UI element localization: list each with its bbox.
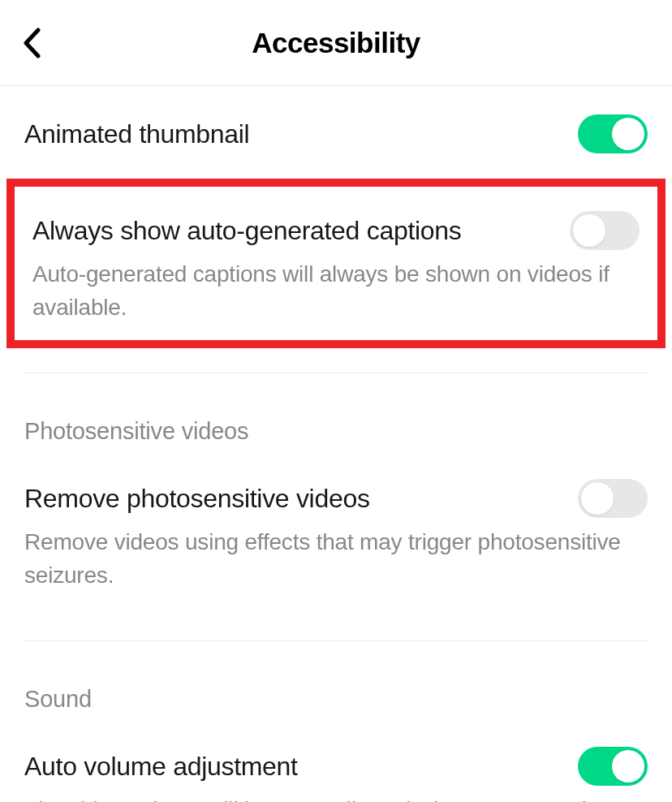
setting-label-photosensitive: Remove photosensitive videos	[24, 484, 370, 514]
highlight-auto-captions: Always show auto-generated captions Auto…	[6, 179, 666, 348]
chevron-left-icon	[23, 28, 41, 58]
setting-desc-auto-captions: Auto-generated captions will always be s…	[15, 258, 657, 332]
section-photosensitive: Photosensitive videos Remove photosensit…	[0, 373, 672, 616]
toggle-remove-photosensitive[interactable]	[578, 479, 648, 518]
toggle-auto-captions[interactable]	[570, 211, 640, 250]
toggle-knob	[612, 750, 644, 783]
setting-label-auto-volume: Auto volume adjustment	[24, 752, 298, 782]
setting-desc-photosensitive: Remove videos using effects that may tri…	[0, 526, 672, 616]
section-sound: Sound Auto volume adjustment The video v…	[0, 641, 672, 802]
section-header-sound: Sound	[0, 649, 672, 729]
setting-auto-volume: Auto volume adjustment	[0, 729, 672, 794]
settings-content: Animated thumbnail Always show auto-gene…	[0, 86, 672, 802]
toggle-auto-volume[interactable]	[578, 747, 648, 786]
setting-label-animated-thumbnail: Animated thumbnail	[24, 119, 249, 149]
setting-label-auto-captions: Always show auto-generated captions	[32, 216, 462, 246]
header-bar: Accessibility	[0, 0, 672, 86]
setting-desc-auto-volume: The video volume will be auto-adjusted w…	[0, 794, 672, 802]
section-header-photosensitive: Photosensitive videos	[0, 382, 672, 461]
setting-auto-captions: Always show auto-generated captions	[15, 187, 657, 258]
setting-remove-photosensitive: Remove photosensitive videos	[0, 461, 672, 526]
toggle-knob	[581, 482, 614, 515]
back-button[interactable]	[23, 28, 41, 58]
toggle-knob	[573, 214, 605, 247]
toggle-knob	[612, 118, 644, 150]
setting-animated-thumbnail: Animated thumbnail	[0, 86, 672, 174]
toggle-animated-thumbnail[interactable]	[578, 114, 648, 153]
page-title: Accessibility	[252, 27, 420, 59]
